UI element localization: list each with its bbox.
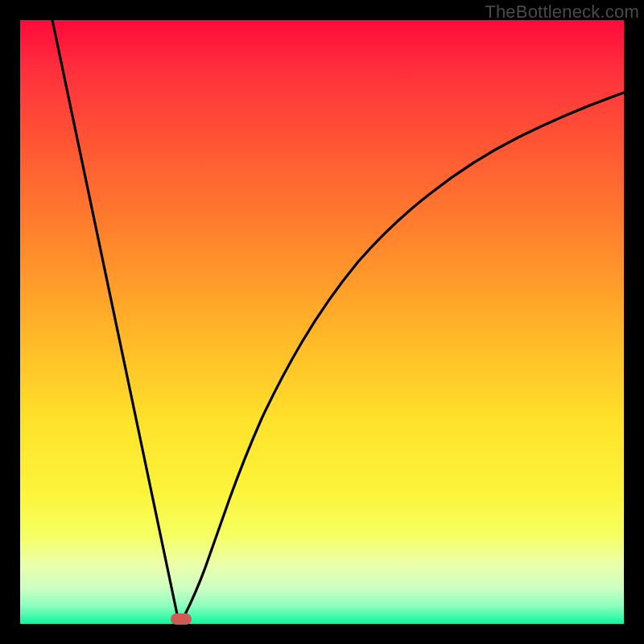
minimum-marker	[171, 613, 192, 625]
watermark-text: TheBottleneck.com	[485, 2, 639, 23]
chart-frame	[20, 20, 624, 624]
bottleneck-curve	[20, 20, 624, 624]
curve-left-branch	[52, 20, 177, 614]
curve-right-branch	[185, 93, 624, 614]
